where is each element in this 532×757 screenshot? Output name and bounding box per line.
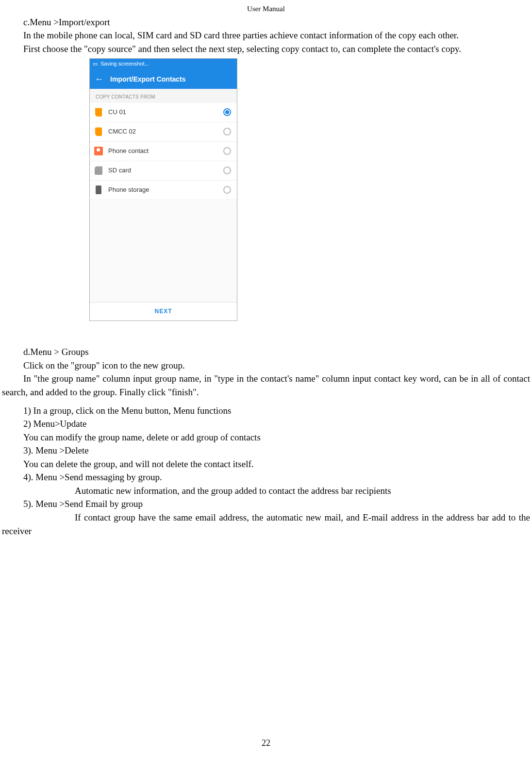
sim-icon [94,107,103,117]
list-item[interactable]: CMCC 02 [90,122,237,142]
list-item-label: SD card [108,166,218,175]
list-line-4b: Automatic new information, and the group… [2,484,530,498]
section-c-title: c.Menu >Import/export [2,16,530,29]
sim-icon [94,127,103,136]
phone-status-bar: ▭ Saving screenshot... [90,59,237,69]
list-item[interactable]: CU 01 [90,103,237,122]
list-line-5: 5). Menu >Send Email by group [2,497,530,511]
radio-selected[interactable] [223,108,231,116]
list-item-label: CMCC 02 [108,127,218,136]
list-item-label: Phone storage [108,185,218,195]
list-line-3: 3). Menu >Delete [2,444,530,457]
list-item[interactable]: SD card [90,161,237,181]
contact-icon [94,146,103,156]
back-arrow-icon[interactable]: ← [95,75,103,84]
list-line-5b: If contact group have the same email add… [2,511,530,538]
radio-unselected[interactable] [223,167,231,174]
list-item-label: Phone contact [108,147,218,156]
list-item[interactable]: Phone contact [90,142,237,161]
status-toast-text: Saving screenshot... [100,60,149,68]
phone-screenshot: ▭ Saving screenshot... ← Import/Export C… [89,58,530,321]
section-c-paragraph-2: First choose the "copy source" and then … [2,42,530,56]
section-d-paragraph-1: Click on the "group" icon to the new gro… [2,359,530,372]
section-d-paragraph-2: In "the group name" column input group n… [2,372,530,399]
page-number: 22 [0,737,532,749]
copy-source-list: CU 01 CMCC 02 Phone contact SD card [90,103,237,200]
list-item-label: CU 01 [108,108,218,117]
radio-unselected[interactable] [223,186,231,194]
radio-unselected[interactable] [223,147,231,155]
list-line-1: 1) In a group, click on the Menu button,… [2,404,530,418]
page-body: c.Menu >Import/export In the mobile phon… [0,16,532,538]
doc-header-title: User Manual [0,0,532,16]
appbar-title: Import/Export Contacts [110,74,186,84]
radio-unselected[interactable] [223,128,231,135]
section-c-paragraph-1: In the mobile phone can local, SIM card … [2,29,530,42]
phone-storage-icon [94,185,103,195]
phone-app-bar: ← Import/Export Contacts [90,69,237,89]
list-line-4: 4). Menu >Send messaging by group. [2,471,530,484]
list-section-header: COPY CONTACTS FROM [90,89,237,103]
screenshot-icon: ▭ [93,60,98,68]
list-item[interactable]: Phone storage [90,181,237,200]
list-line-2: 2) Menu>Update [2,417,530,431]
list-line-3b: You can delete the group, and will not d… [2,457,530,471]
next-button[interactable]: NEXT [90,302,237,320]
list-line-2b: You can modify the group name, delete or… [2,431,530,444]
section-d-title: d.Menu > Groups [2,345,530,359]
sd-card-icon [94,166,103,175]
